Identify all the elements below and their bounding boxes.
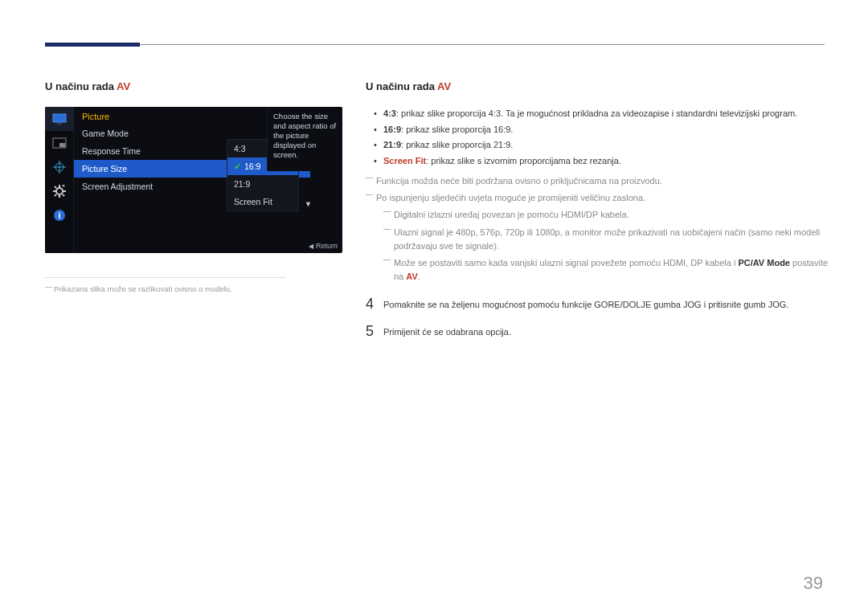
svg-line-14: [63, 185, 64, 186]
svg-line-12: [55, 186, 56, 188]
heading-text: U načinu rada: [366, 80, 437, 92]
chevron-down-icon: ▼: [305, 200, 312, 208]
bullet-16-9: 16:9: prikaz slike proporcija 16:9.: [374, 123, 832, 137]
osd-screenshot: i Picture Game Mode Off ▲ Response Time …: [45, 107, 342, 253]
svg-text:i: i: [58, 210, 60, 220]
step-5: 5 Primijenit će se odabrana opcija.: [366, 324, 832, 338]
heading-av: AV: [437, 80, 451, 92]
osd-tip: Choose the size and aspect ratio of the …: [267, 107, 342, 171]
heading-av: AV: [117, 80, 130, 92]
monitor-icon[interactable]: [45, 107, 74, 131]
dash-sub-3: ―Može se postaviti samo kada vanjski ula…: [383, 256, 832, 284]
info-icon[interactable]: i: [45, 203, 74, 227]
bullet-21-9: 21:9: prikaz slike proporcija 21:9.: [374, 138, 832, 153]
row-label: Picture Size: [82, 164, 127, 174]
opt-screenfit[interactable]: Screen Fit: [227, 193, 298, 210]
svg-rect-0: [53, 114, 66, 122]
top-divider: [45, 44, 825, 45]
row-label: Response Time: [82, 146, 141, 156]
page-number: 39: [804, 573, 823, 594]
heading-text: U načinu rada: [45, 80, 117, 92]
step-4: 4 Pomaknite se na željenu mogućnost pomo…: [366, 296, 832, 311]
pip-icon[interactable]: [45, 131, 74, 155]
step-number: 5: [366, 324, 383, 338]
target-icon[interactable]: [45, 155, 74, 179]
step-number: 4: [366, 296, 383, 311]
svg-rect-3: [59, 143, 65, 147]
bullet-4-3: 4:3: prikaz slike proporcija 4:3. Ta je …: [374, 107, 832, 121]
right-heading: U načinu rada AV: [366, 80, 832, 92]
row-label: Game Mode: [82, 129, 129, 138]
osd-sidebar: i: [45, 107, 74, 253]
dash-note-2: ―Po ispunjenju sljedećih uvjeta moguće j…: [366, 191, 832, 205]
svg-point-7: [56, 188, 63, 194]
osd-return[interactable]: ◀Return: [309, 242, 338, 250]
gear-icon[interactable]: [45, 179, 74, 203]
step-text: Primijenit će se odabrana opcija.: [383, 324, 511, 338]
footnote: ―Prikazana slika može se razlikovati ovi…: [45, 284, 286, 293]
opt-21-9[interactable]: 21:9: [227, 175, 298, 193]
bullet-screenfit: Screen Fit: prikaz slike s izvornim prop…: [374, 154, 832, 169]
step-text: Pomaknite se na željenu mogućnost pomoću…: [383, 296, 788, 311]
bullet-list: 4:3: prikaz slike proporcija 4:3. Ta je …: [374, 107, 832, 168]
dash-note-1: ―Funkcija možda neće biti podržana ovisn…: [366, 174, 832, 188]
dash-sub-2: ―Ulazni signal je 480p, 576p, 720p ili 1…: [383, 226, 832, 253]
check-icon: ✔: [234, 161, 241, 172]
svg-rect-1: [57, 123, 62, 125]
svg-line-15: [55, 194, 56, 196]
svg-line-13: [63, 194, 64, 196]
row-label: Screen Adjustment: [82, 182, 153, 191]
return-icon: ◀: [309, 243, 313, 250]
left-heading: U načinu rada AV: [45, 80, 342, 92]
top-divider-accent: [45, 43, 140, 47]
dash-sub-1: ―Digitalni izlazni uređaj povezan je pom…: [383, 208, 832, 222]
